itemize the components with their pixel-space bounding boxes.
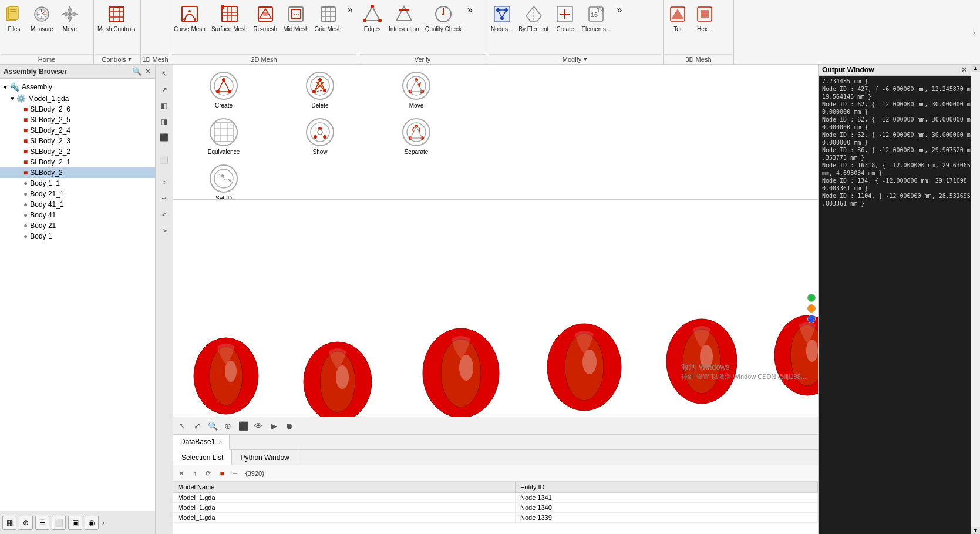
grid-mesh-button[interactable]: Grid Mesh bbox=[312, 2, 344, 33]
sidebar-tool-2[interactable]: ⊕ bbox=[19, 516, 33, 530]
center-area: Create Delete Move bbox=[173, 65, 818, 534]
vp-tool-expand[interactable]: ⤢ bbox=[191, 419, 204, 432]
nodes-button[interactable]: Nodes... bbox=[489, 2, 515, 33]
sel-refresh-btn[interactable]: ⟳ bbox=[203, 468, 214, 479]
tet-button[interactable]: Tet bbox=[665, 2, 691, 33]
re-mesh-button[interactable]: Re-mesh bbox=[251, 2, 280, 33]
files-button[interactable]: Files bbox=[1, 2, 27, 33]
vp-tool-play[interactable]: ▶ bbox=[267, 419, 280, 432]
vp-tool-cursor[interactable]: ↖ bbox=[176, 419, 188, 432]
selection-list-tab[interactable]: Selection List bbox=[173, 450, 232, 465]
1d-mesh-label: 1D Mesh bbox=[142, 54, 169, 63]
create-button[interactable]: Create bbox=[552, 2, 578, 33]
table-row[interactable]: Model_1.gda Node 1341 bbox=[173, 493, 818, 503]
tree-item-assembly[interactable]: ▼ 🔩 Assembly bbox=[0, 81, 155, 93]
node-create-button[interactable]: Create bbox=[178, 69, 270, 111]
mid-mesh-icon bbox=[285, 4, 307, 25]
viewport[interactable]: Z Y X 激活 Windows 转到"设置"以激活 Window CSDN @… bbox=[173, 200, 818, 417]
sidebar-tool-4[interactable]: ⬜ bbox=[52, 516, 66, 530]
search-icon[interactable]: 🔍 bbox=[132, 67, 142, 76]
table-row[interactable]: Model_1.gda Node 1339 bbox=[173, 513, 818, 523]
node-separate-button[interactable]: Separate bbox=[371, 116, 462, 157]
quality-check-button[interactable]: Quality Check bbox=[423, 2, 464, 33]
intersection-button[interactable]: Intersection bbox=[386, 2, 422, 33]
tree-item-slbody25[interactable]: ■ SLBody_2_5 bbox=[0, 115, 155, 125]
by-element-button[interactable]: By Element bbox=[516, 2, 551, 33]
tree-item-slbody22[interactable]: ■ SLBody_2_2 bbox=[0, 146, 155, 157]
tree-item-slbody24[interactable]: ■ SLBody_2_4 bbox=[0, 125, 155, 136]
sidebar-tool-3[interactable]: ☰ bbox=[35, 516, 49, 530]
sel-body-btn[interactable]: ■ bbox=[216, 468, 228, 479]
vp-tool-eye[interactable]: 👁 bbox=[252, 419, 265, 432]
tree-item-model1[interactable]: ▼ ⚙️ Model_1.gda bbox=[0, 93, 155, 104]
output-close[interactable]: ✕ bbox=[961, 66, 967, 74]
tree-item-body21[interactable]: ● Body 21 bbox=[0, 220, 155, 231]
sidebar-tool-5[interactable]: ▣ bbox=[68, 516, 82, 530]
strip-button-5[interactable]: ⬛ bbox=[157, 130, 171, 145]
output-line-13: Node ID : 134, { -12.000000 mm, 29.17109… bbox=[822, 177, 967, 184]
vp-tool-3d[interactable]: ⬛ bbox=[237, 419, 250, 432]
strip-button-4[interactable]: ◨ bbox=[157, 115, 171, 129]
hex-button[interactable]: Hex... bbox=[692, 2, 718, 33]
output-line-15: Node ID : 1104, { -12.000000 mm, 28.5316… bbox=[822, 193, 967, 199]
database-tab[interactable]: DataBase1 × bbox=[173, 435, 230, 450]
tree-item-body211[interactable]: ● Body 21_1 bbox=[0, 189, 155, 199]
database-tab-close[interactable]: × bbox=[218, 439, 222, 445]
mesh-controls-button[interactable]: Mesh Controls bbox=[95, 2, 137, 33]
more-2d-button[interactable]: » bbox=[345, 5, 355, 15]
more-modify-button[interactable]: » bbox=[614, 5, 624, 15]
surface-mesh-button[interactable]: Surface Mesh bbox=[209, 2, 250, 33]
tree-item-body11[interactable]: ● Body 1_1 bbox=[0, 178, 155, 189]
strip-button-6[interactable]: ⬜ bbox=[157, 153, 171, 167]
strip-button-2[interactable]: ↗ bbox=[157, 83, 171, 97]
slbody24-label: SLBody_2_4 bbox=[30, 126, 70, 135]
strip-button-8[interactable]: ↔ bbox=[157, 191, 171, 205]
measure-button[interactable]: Measure bbox=[28, 2, 56, 33]
node-equivalence-button[interactable]: Equivalence bbox=[178, 116, 270, 157]
output-line-6: 0.000000 mm } bbox=[822, 124, 967, 130]
body211-icon: ● bbox=[23, 190, 28, 198]
strip-button-3[interactable]: ◧ bbox=[157, 99, 171, 113]
curve-mesh-button[interactable]: Curve Mesh bbox=[171, 2, 208, 33]
mid-mesh-button[interactable]: Mid Mesh bbox=[281, 2, 311, 33]
sel-arrow-btn[interactable]: ← bbox=[230, 468, 241, 479]
node-show-button[interactable]: Show bbox=[274, 116, 366, 157]
strip-button-7[interactable]: ↕ bbox=[157, 175, 171, 189]
sel-up-btn[interactable]: ↑ bbox=[189, 468, 201, 479]
strip-button-1[interactable]: ↖ bbox=[157, 67, 171, 81]
close-assembly-icon[interactable]: ✕ bbox=[145, 67, 151, 76]
node-setid-button[interactable]: 1619 Set ID bbox=[178, 162, 270, 200]
color-dots-panel bbox=[805, 291, 818, 325]
elements-button[interactable]: 1619 Elements... bbox=[579, 2, 613, 33]
toolbar-section-2dmesh: Curve Mesh Surface Mesh Re-mesh Mid Mesh bbox=[170, 0, 358, 64]
move-button[interactable]: Move bbox=[57, 2, 83, 33]
node-create-label: Create bbox=[215, 102, 233, 109]
vp-tool-record[interactable]: ⏺ bbox=[282, 419, 295, 432]
tree-item-slbody26[interactable]: ■ SLBody_2_6 bbox=[0, 104, 155, 115]
table-row[interactable]: Model_1.gda Node 1340 bbox=[173, 503, 818, 513]
scroll-down[interactable]: ▼ bbox=[971, 527, 980, 534]
tet-label: Tet bbox=[673, 26, 681, 32]
vp-tool-zoom2[interactable]: ⊕ bbox=[221, 419, 234, 432]
more-verify-button[interactable]: » bbox=[465, 5, 475, 15]
tree-item-slbody21[interactable]: ■ SLBody_2_1 bbox=[0, 157, 155, 167]
tree-item-body411[interactable]: ● Body 41_1 bbox=[0, 199, 155, 210]
sidebar-tool-6[interactable]: ◉ bbox=[85, 516, 99, 530]
sidebar-tool-more[interactable]: › bbox=[101, 519, 106, 527]
tree-item-body41[interactable]: ● Body 41 bbox=[0, 210, 155, 220]
scroll-up[interactable]: ▲ bbox=[971, 65, 980, 72]
toolbar-expand-button[interactable]: › bbox=[968, 0, 980, 64]
body411-label: Body 41_1 bbox=[30, 200, 63, 209]
edges-button[interactable]: Edges bbox=[359, 2, 385, 33]
tree-item-body1[interactable]: ● Body 1 bbox=[0, 231, 155, 241]
sel-close-btn[interactable]: ✕ bbox=[176, 468, 187, 479]
tree-item-slbody23[interactable]: ■ SLBody_2_3 bbox=[0, 136, 155, 146]
vp-tool-zoom[interactable]: 🔍 bbox=[206, 419, 219, 432]
strip-button-9[interactable]: ↙ bbox=[157, 207, 171, 221]
node-delete-button[interactable]: Delete bbox=[274, 69, 366, 111]
node-move-button[interactable]: Move bbox=[371, 69, 462, 111]
sidebar-tool-1[interactable]: ▦ bbox=[2, 516, 16, 530]
strip-button-10[interactable]: ↘ bbox=[157, 223, 171, 237]
python-window-tab[interactable]: Python Window bbox=[232, 450, 298, 465]
tree-item-slbody2[interactable]: ■ SLBody_2 bbox=[0, 167, 155, 178]
